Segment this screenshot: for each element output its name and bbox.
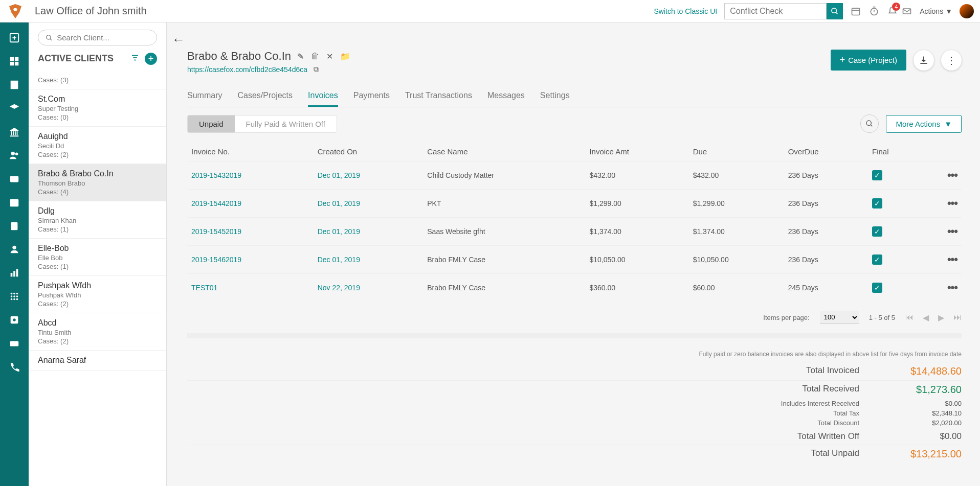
page-next-icon[interactable]: ▶ <box>938 313 944 322</box>
nav-calendar-icon[interactable] <box>8 196 20 209</box>
timer-icon[interactable] <box>868 6 880 17</box>
conflict-search-button[interactable] <box>827 3 843 19</box>
client-item[interactable]: Anarna Saraf <box>29 351 166 371</box>
add-client-button[interactable]: + <box>145 53 157 65</box>
page-prev-icon[interactable]: ◀ <box>923 313 929 322</box>
client-item[interactable]: Brabo & Brabo Co.InThomson BraboCases: (… <box>29 164 166 201</box>
invoice-no-link[interactable]: 2019-15462019 <box>187 246 314 274</box>
invoice-no-link[interactable]: 2019-15452019 <box>187 218 314 246</box>
total-invoiced-label: Total Invoiced <box>187 365 870 377</box>
nav-people-icon[interactable] <box>8 149 20 161</box>
invoice-table: Invoice No.Created OnCase NameInvoice Am… <box>187 142 962 302</box>
firm-name: Law Office of John smith <box>35 5 147 17</box>
invoice-no-link[interactable]: TEST01 <box>187 274 314 302</box>
tab-messages[interactable]: Messages <box>487 86 525 107</box>
more-menu-button[interactable]: ⋮ <box>941 50 962 71</box>
invoice-no-link[interactable]: 2019-15442019 <box>187 190 314 218</box>
total-received-value: $1,273.60 <box>870 384 962 396</box>
search-client-input[interactable] <box>57 33 149 42</box>
created-on-link[interactable]: Nov 22, 2019 <box>314 274 424 302</box>
nav-grid-icon[interactable] <box>8 290 20 303</box>
subtab-unpaid[interactable]: Unpaid <box>188 115 235 132</box>
close-icon[interactable]: ✕ <box>326 52 333 61</box>
row-menu-icon[interactable]: ••• <box>947 197 957 210</box>
conflict-search-input[interactable] <box>724 3 827 19</box>
nav-person-icon[interactable] <box>8 243 20 256</box>
created-on-link[interactable]: Dec 01, 2019 <box>314 218 424 246</box>
delete-icon[interactable]: 🗑 <box>311 52 319 61</box>
download-button[interactable] <box>914 50 934 71</box>
svg-point-37 <box>47 35 51 39</box>
column-header[interactable]: Final <box>868 142 922 161</box>
actions-dropdown[interactable]: Actions ▼ <box>920 7 952 15</box>
client-item[interactable]: Elle-BobElle BobCases: (1) <box>29 239 166 276</box>
edit-icon[interactable]: ✎ <box>297 52 304 61</box>
tab-trusttransactions[interactable]: Trust Transactions <box>405 86 472 107</box>
tab-payments[interactable]: Payments <box>353 86 390 107</box>
created-on-link[interactable]: Dec 01, 2019 <box>314 246 424 274</box>
overdue-cell: 245 Days <box>784 274 868 302</box>
tab-casesprojects[interactable]: Cases/Projects <box>237 86 293 107</box>
nav-building-icon[interactable] <box>8 79 20 91</box>
row-menu-icon[interactable]: ••• <box>947 225 957 238</box>
svg-point-33 <box>16 298 18 300</box>
switch-classic-link[interactable]: Switch to Classic UI <box>654 7 718 15</box>
copy-icon[interactable]: ⧉ <box>314 65 319 74</box>
page-url[interactable]: https://casefox.com/cfbd2c8e454d6ca <box>187 65 307 74</box>
new-case-button[interactable]: +Case (Project) <box>831 50 906 71</box>
column-header[interactable]: Due <box>689 142 784 161</box>
invoice-search-button[interactable] <box>860 114 879 133</box>
calendar-icon[interactable] <box>850 6 861 17</box>
nav-bank-icon[interactable] <box>8 126 20 138</box>
tabs: SummaryCases/ProjectsInvoicesPaymentsTru… <box>187 86 962 107</box>
svg-point-21 <box>12 246 16 249</box>
nav-gear-icon[interactable] <box>8 314 20 326</box>
page-range: 1 - 5 of 5 <box>869 314 895 321</box>
nav-card-icon[interactable] <box>8 337 20 350</box>
tab-settings[interactable]: Settings <box>540 86 570 107</box>
client-item[interactable]: St.ComSuper TestingCases: (0) <box>29 89 166 127</box>
svg-point-25 <box>11 293 13 295</box>
nav-education-icon[interactable] <box>8 102 20 114</box>
svg-point-35 <box>13 318 16 321</box>
client-item[interactable]: AbcdTintu SmithCases: (2) <box>29 313 166 351</box>
column-header[interactable]: Invoice No. <box>187 142 314 161</box>
client-item[interactable]: DdlgSimran KhanCases: (1) <box>29 201 166 239</box>
case-name-cell: Brabo FMLY Case <box>423 246 585 274</box>
row-menu-icon[interactable]: ••• <box>947 169 957 181</box>
nav-wallet-icon[interactable] <box>8 173 20 185</box>
created-on-link[interactable]: Dec 01, 2019 <box>314 190 424 218</box>
invoice-no-link[interactable]: 2019-15432019 <box>187 161 314 190</box>
user-avatar[interactable] <box>960 4 974 18</box>
items-per-page-select[interactable]: 100 <box>820 311 859 324</box>
page-first-icon[interactable]: ⏮ <box>905 313 914 322</box>
mail-icon[interactable] <box>901 6 912 17</box>
row-menu-icon[interactable]: ••• <box>947 253 957 266</box>
column-header[interactable]: Case Name <box>423 142 585 161</box>
tab-summary[interactable]: Summary <box>187 86 222 107</box>
tab-invoices[interactable]: Invoices <box>308 86 338 107</box>
nav-dashboard-icon[interactable] <box>8 55 20 67</box>
table-row: 2019-15442019Dec 01, 2019PKT$1,299.00$1,… <box>187 190 962 218</box>
back-arrow-icon[interactable]: ← <box>172 32 185 48</box>
client-item[interactable]: Pushpak WfdhPushpak WfdhCases: (2) <box>29 276 166 313</box>
more-actions-button[interactable]: More Actions ▼ <box>886 115 962 133</box>
column-header[interactable]: Created On <box>314 142 424 161</box>
created-on-link[interactable]: Dec 01, 2019 <box>314 161 424 190</box>
filter-icon[interactable] <box>130 53 140 64</box>
nav-clipboard-icon[interactable] <box>8 220 20 232</box>
client-item[interactable]: AauighdSecili DdCases: (2) <box>29 127 166 164</box>
nav-phone-icon[interactable] <box>8 361 20 373</box>
svg-point-0 <box>832 8 836 13</box>
search-client-wrap[interactable] <box>38 30 157 45</box>
subtab-paid[interactable]: Fully Paid & Written Off <box>235 115 337 132</box>
nav-chart-icon[interactable] <box>8 267 20 279</box>
column-header[interactable]: Invoice Amt <box>585 142 688 161</box>
row-menu-icon[interactable]: ••• <box>947 281 957 294</box>
client-item[interactable]: Cases: (3) <box>29 70 166 89</box>
archive-icon[interactable]: 📁 <box>340 52 350 61</box>
notification-badge: 4 <box>892 3 900 11</box>
column-header[interactable]: OverDue <box>784 142 868 161</box>
page-last-icon[interactable]: ⏭ <box>953 313 962 322</box>
nav-add-icon[interactable] <box>8 32 20 44</box>
